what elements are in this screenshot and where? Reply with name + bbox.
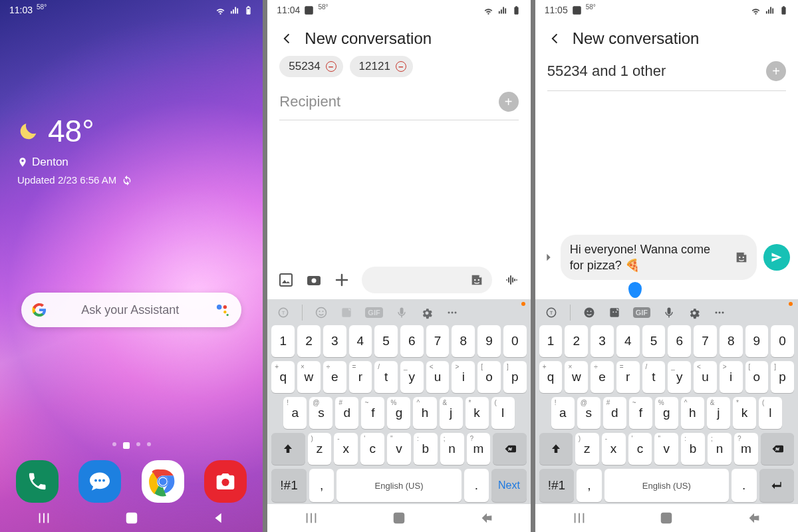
key-3[interactable]: 3 (323, 325, 346, 357)
key-p[interactable]: ]p (503, 361, 527, 393)
key-8[interactable]: 8 (720, 325, 743, 357)
home-button[interactable] (124, 511, 139, 525)
home-button[interactable] (659, 511, 674, 525)
key-j[interactable]: &j (440, 397, 463, 429)
key-w[interactable]: ×w (565, 361, 588, 393)
message-input[interactable]: Hi everyone! Wanna come for pizza? 🍕 (561, 235, 757, 281)
weather-widget[interactable]: 48° Denton Updated 2/23 6:56 AM (17, 113, 132, 186)
text-loop-icon[interactable]: T (545, 306, 558, 319)
sticker-toolbar-icon[interactable] (608, 306, 621, 319)
recipient-chip[interactable]: 55234 − (279, 56, 342, 77)
key-q[interactable]: +q (271, 361, 295, 393)
expand-icon[interactable] (543, 249, 554, 265)
key-p[interactable]: ]p (771, 361, 794, 393)
sticker-icon[interactable] (469, 273, 484, 287)
back-icon[interactable] (279, 31, 294, 46)
key-6[interactable]: 6 (668, 325, 691, 357)
key-l[interactable]: (l (491, 397, 515, 429)
key-5[interactable]: 5 (642, 325, 666, 357)
key-i[interactable]: >i (452, 361, 475, 393)
key-t[interactable]: /t (642, 361, 666, 393)
key-u[interactable]: <u (426, 361, 450, 393)
key-h[interactable]: ^h (413, 397, 436, 429)
key-f[interactable]: ~f (629, 397, 652, 429)
key-0[interactable]: 0 (503, 325, 527, 357)
key-i[interactable]: >i (720, 361, 743, 393)
text-loop-icon[interactable]: T (277, 306, 290, 319)
key-b[interactable]: :b (681, 433, 705, 465)
key-l[interactable]: (l (759, 397, 782, 429)
key-c[interactable]: 'c (360, 433, 384, 465)
key-g[interactable]: %g (655, 397, 678, 429)
key-z[interactable]: )z (575, 433, 599, 465)
key-j[interactable]: &j (707, 397, 730, 429)
backspace-key[interactable] (493, 433, 526, 465)
camera-icon[interactable] (306, 272, 322, 288)
back-button[interactable] (747, 511, 761, 525)
symbols-key[interactable]: !#1 (539, 469, 574, 502)
key-4[interactable]: 4 (349, 325, 372, 357)
key-v[interactable]: "v (387, 433, 411, 465)
symbols-key[interactable]: !#1 (271, 469, 306, 502)
key-v[interactable]: "v (654, 433, 678, 465)
next-key[interactable]: Next (491, 469, 526, 502)
gif-icon[interactable]: GIF (365, 307, 382, 318)
mic-icon[interactable] (662, 306, 676, 319)
enter-key[interactable] (759, 469, 794, 502)
messages-app-icon[interactable] (78, 460, 121, 503)
key-e[interactable]: ÷e (323, 361, 346, 393)
voice-wave-icon[interactable] (504, 272, 520, 288)
emoji-icon[interactable] (583, 306, 596, 319)
recipient-placeholder[interactable]: Recipient (279, 93, 498, 110)
key-g[interactable]: %g (387, 397, 410, 429)
key-s[interactable]: @s (577, 397, 600, 429)
key-1[interactable]: 1 (271, 325, 295, 357)
shift-key[interactable] (539, 433, 573, 465)
key-5[interactable]: 5 (374, 325, 398, 357)
emoji-icon[interactable] (315, 306, 328, 319)
recents-button[interactable] (37, 511, 51, 525)
settings-icon[interactable] (688, 306, 701, 319)
key-o[interactable]: [o (745, 361, 769, 393)
key-f[interactable]: ~f (361, 397, 384, 429)
key-w[interactable]: ×w (297, 361, 321, 393)
key-a[interactable]: !a (283, 397, 307, 429)
google-assistant-bar[interactable]: Ask your Assistant (21, 293, 241, 327)
key-c[interactable]: 'c (628, 433, 652, 465)
recents-button[interactable] (304, 511, 319, 525)
key-u[interactable]: <u (694, 361, 717, 393)
key-6[interactable]: 6 (400, 325, 424, 357)
key-k[interactable]: *k (466, 397, 489, 429)
key-d[interactable]: #d (335, 397, 358, 429)
key-z[interactable]: )z (308, 433, 332, 465)
key-9[interactable]: 9 (477, 325, 501, 357)
home-button[interactable] (392, 511, 406, 525)
text-cursor-handle-icon[interactable] (628, 282, 642, 298)
message-input[interactable] (362, 267, 491, 293)
key-n[interactable]: ;n (708, 433, 732, 465)
key-s[interactable]: @s (309, 397, 332, 429)
key-r[interactable]: =r (616, 361, 640, 393)
key-o[interactable]: [o (477, 361, 501, 393)
recipients-summary-row[interactable]: 55234 and 1 other + (547, 59, 786, 91)
more-icon[interactable] (713, 306, 726, 319)
key-t[interactable]: /t (374, 361, 398, 393)
recents-button[interactable] (572, 511, 587, 525)
refresh-icon[interactable] (122, 175, 132, 186)
back-icon[interactable] (547, 31, 562, 46)
comma-key[interactable]: , (309, 469, 334, 502)
key-d[interactable]: #d (603, 397, 626, 429)
sticker-toolbar-icon[interactable] (340, 306, 353, 319)
mic-icon[interactable] (395, 306, 408, 319)
sticker-icon[interactable] (734, 250, 749, 265)
key-x[interactable]: -x (334, 433, 358, 465)
remove-chip-icon[interactable]: − (396, 61, 406, 72)
add-recipient-button[interactable]: + (766, 61, 786, 81)
remove-chip-icon[interactable]: − (326, 61, 336, 72)
add-recipient-button[interactable]: + (499, 92, 519, 112)
key-y[interactable]: _y (668, 361, 691, 393)
key-7[interactable]: 7 (426, 325, 450, 357)
key-a[interactable]: !a (551, 397, 575, 429)
gallery-icon[interactable] (278, 272, 294, 288)
space-key[interactable]: English (US) (604, 469, 729, 502)
